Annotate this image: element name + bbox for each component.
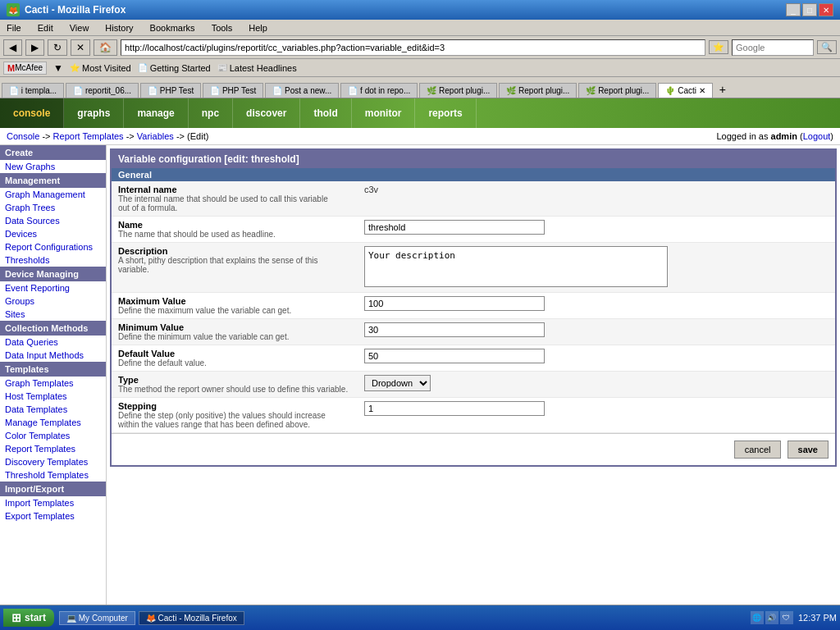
save-button[interactable]: save xyxy=(788,441,829,459)
menu-file[interactable]: File xyxy=(3,22,25,34)
tab-4[interactable]: 📄 Post a new... xyxy=(265,83,339,98)
tab-3[interactable]: 📄 PHP Test xyxy=(203,83,263,98)
input-stepping[interactable] xyxy=(364,401,545,416)
nav-tab-thold[interactable]: thold xyxy=(300,98,351,128)
sidebar-item-graph-trees[interactable]: Graph Trees xyxy=(0,201,106,214)
start-button[interactable]: ⊞ start xyxy=(3,609,54,627)
breadcrumb: Console -> Report Templates -> Variables… xyxy=(0,128,840,145)
sidebar-item-threshold-templates[interactable]: Threshold Templates xyxy=(0,468,106,482)
back-button[interactable]: ◀ xyxy=(3,39,22,56)
menu-help[interactable]: Help xyxy=(245,22,271,34)
menu-view[interactable]: View xyxy=(66,22,93,34)
home-button[interactable]: 🏠 xyxy=(94,39,117,56)
stop-button[interactable]: ✕ xyxy=(71,39,90,56)
sidebar-item-devices[interactable]: Devices xyxy=(0,227,106,240)
nav-tab-monitor[interactable]: monitor xyxy=(352,98,416,128)
nav-tab-console[interactable]: console xyxy=(0,98,64,128)
logout-link[interactable]: Logout xyxy=(803,131,831,141)
app-icon: 🦊 xyxy=(7,3,20,16)
breadcrumb-console[interactable]: Console xyxy=(7,131,39,141)
label-internal-name: Internal name xyxy=(118,185,351,194)
bookmark-most-visited[interactable]: ⭐ Most Visited xyxy=(70,63,131,73)
sidebar-section-device-managing: Device Managing xyxy=(0,267,106,281)
sidebar-item-data-queries[interactable]: Data Queries xyxy=(0,336,106,349)
close-button[interactable]: ✕ xyxy=(819,3,833,16)
config-section-general: General xyxy=(112,168,835,181)
sidebar-item-export-templates[interactable]: Export Templates xyxy=(0,509,106,523)
tab-7[interactable]: 🌿 Report plugi... xyxy=(499,83,577,98)
search-button[interactable]: 🔍 xyxy=(817,40,837,54)
taskbar-time: 12:37 PM xyxy=(798,613,837,623)
reload-button[interactable]: ↻ xyxy=(48,39,67,56)
bookmark-latest-headlines[interactable]: 📰 Latest Headlines xyxy=(217,63,297,73)
bookmarks-bar: M McAfee ▼ ⭐ Most Visited 📄 Getting Star… xyxy=(0,59,840,77)
input-default-value[interactable] xyxy=(364,349,545,363)
sidebar-item-sites[interactable]: Sites xyxy=(0,308,106,321)
menu-bookmarks[interactable]: Bookmarks xyxy=(147,22,199,34)
tab-0[interactable]: 📄 i templa... xyxy=(2,83,64,98)
tab-2[interactable]: 📄 PHP Test xyxy=(140,83,201,98)
row-minimum-value: Minimum Value Define the minimum value t… xyxy=(112,319,835,345)
menu-history[interactable]: History xyxy=(102,22,136,34)
menu-tools[interactable]: Tools xyxy=(208,22,236,34)
sidebar-item-manage-templates[interactable]: Manage Templates xyxy=(0,416,106,429)
sidebar-item-report-templates[interactable]: Report Templates xyxy=(0,442,106,455)
tab-1[interactable]: 📄 reportit_06... xyxy=(66,83,139,98)
taskbar-item-my-computer[interactable]: 💻 My Computer xyxy=(59,611,135,625)
sidebar-item-import-templates[interactable]: Import Templates xyxy=(0,496,106,509)
tab-cacti[interactable]: 🌵 Cacti ✕ xyxy=(658,83,712,98)
breadcrumb-variables[interactable]: Variables xyxy=(137,131,174,141)
value-internal-name: c3v xyxy=(364,185,378,194)
sidebar-item-report-configurations[interactable]: Report Configurations xyxy=(0,240,106,253)
sidebar-item-thresholds[interactable]: Thresholds xyxy=(0,253,106,267)
taskbar-items: 💻 My Computer 🦊 Cacti - Mozilla Firefox xyxy=(59,611,244,625)
sidebar-item-data-templates[interactable]: Data Templates xyxy=(0,403,106,416)
nav-tab-manage[interactable]: manage xyxy=(124,98,188,128)
window-title: Cacti - Mozilla Firefox xyxy=(25,4,126,16)
bookmarks-arrow[interactable]: ▼ xyxy=(53,62,63,74)
cancel-button[interactable]: cancel xyxy=(734,441,782,459)
input-maximum-value[interactable] xyxy=(364,296,545,311)
sidebar-item-graph-templates[interactable]: Graph Templates xyxy=(0,377,106,390)
select-type[interactable]: Dropdown Input Checkbox xyxy=(364,375,431,391)
window-controls[interactable]: _ □ ✕ xyxy=(786,3,833,16)
variable-config-box: Variable configuration [edit: threshold]… xyxy=(110,148,837,467)
main-area: Create New Graphs Management Graph Manag… xyxy=(0,145,840,605)
nav-tab-graphs[interactable]: graphs xyxy=(64,98,124,128)
nav-tab-npc[interactable]: npc xyxy=(189,98,233,128)
desc-name: The name that should be used as headline… xyxy=(118,230,351,239)
sidebar-item-graph-management[interactable]: Graph Management xyxy=(0,188,106,201)
address-bar[interactable] xyxy=(121,39,705,56)
new-tab-button[interactable]: + xyxy=(714,81,731,98)
tab-6[interactable]: 🌿 Report plugi... xyxy=(419,83,497,98)
config-title: Variable configuration [edit: threshold] xyxy=(112,150,835,168)
maximize-button[interactable]: □ xyxy=(802,3,817,16)
go-button[interactable]: ⭐ xyxy=(709,40,728,54)
minimize-button[interactable]: _ xyxy=(786,3,801,16)
nav-tab-reports[interactable]: reports xyxy=(415,98,476,128)
nav-tab-discover[interactable]: discover xyxy=(233,98,300,128)
desc-maximum-value: Define the maximum value the variable ca… xyxy=(118,306,351,315)
sidebar-item-color-templates[interactable]: Color Templates xyxy=(0,429,106,442)
label-type: Type xyxy=(118,375,351,385)
search-input[interactable] xyxy=(732,39,814,56)
input-minimum-value[interactable] xyxy=(364,322,545,337)
tab-5[interactable]: 📄 f dot in repo... xyxy=(340,83,418,98)
sidebar-item-data-input-methods[interactable]: Data Input Methods xyxy=(0,349,106,362)
breadcrumb-report-templates[interactable]: Report Templates xyxy=(53,131,124,141)
sidebar-item-event-reporting[interactable]: Event Reporting xyxy=(0,281,106,294)
forward-button[interactable]: ▶ xyxy=(25,39,44,56)
sidebar-item-new-graphs[interactable]: New Graphs xyxy=(0,160,106,173)
menu-edit[interactable]: Edit xyxy=(34,22,57,34)
sidebar-section-management: Management xyxy=(0,173,106,188)
sidebar-item-discovery-templates[interactable]: Discovery Templates xyxy=(0,455,106,468)
sidebar-item-host-templates[interactable]: Host Templates xyxy=(0,390,106,403)
bookmark-getting-started[interactable]: 📄 Getting Started xyxy=(138,63,211,73)
input-name[interactable] xyxy=(364,220,545,235)
tab-8[interactable]: 🌿 Report plugi... xyxy=(578,83,656,98)
input-description[interactable]: Your description xyxy=(364,246,668,287)
mcafee-btn[interactable]: M McAfee xyxy=(3,62,47,75)
sidebar-item-groups[interactable]: Groups xyxy=(0,294,106,308)
taskbar-item-firefox[interactable]: 🦊 Cacti - Mozilla Firefox xyxy=(139,611,244,625)
sidebar-item-data-sources[interactable]: Data Sources xyxy=(0,214,106,227)
